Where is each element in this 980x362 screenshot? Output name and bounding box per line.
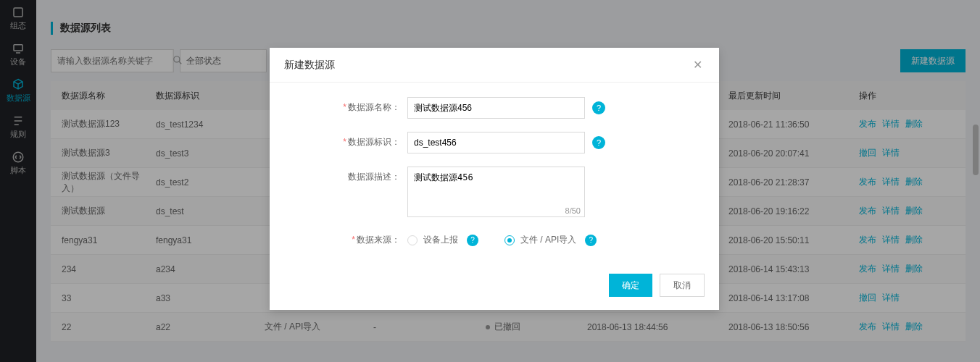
radio-file[interactable] [504, 235, 515, 245]
form-row-name: *数据源名称： ? [284, 97, 676, 119]
radio-file-label: 文件 / API导入 [520, 234, 576, 246]
form-row-source: *数据来源： 设备上报 ? 文件 / API导入 ? [284, 230, 676, 246]
help-icon: ? [597, 138, 601, 147]
modal-close-button[interactable]: ✕ [690, 58, 705, 72]
close-icon: ✕ [693, 58, 702, 72]
cancel-button[interactable]: 取消 [660, 274, 705, 297]
help-ds-ident[interactable]: ? [592, 136, 605, 149]
radio-device[interactable] [407, 235, 418, 245]
modal-title: 新建数据源 [284, 59, 335, 72]
input-ds-name[interactable] [407, 97, 585, 119]
help-device[interactable]: ? [467, 235, 478, 246]
ok-button[interactable]: 确定 [609, 274, 652, 297]
radio-device-label: 设备上报 [423, 234, 458, 246]
label-ds-name: *数据源名称： [284, 97, 407, 114]
help-ds-name[interactable]: ? [592, 101, 605, 114]
help-icon: ? [597, 104, 601, 112]
modal-header: 新建数据源 ✕ [270, 48, 719, 83]
label-ds-desc: 数据源描述： [284, 167, 407, 183]
char-count: 8/50 [407, 205, 585, 216]
modal-footer: 确定 取消 [270, 266, 719, 310]
form-row-desc: 数据源描述： 测试数据源456 8/50 [284, 167, 676, 216]
label-ds-source: *数据来源： [284, 230, 407, 246]
modal-body: *数据源名称： ? *数据源标识： ? 数据源描述： 测试数据源456 8/50… [270, 83, 719, 266]
help-file[interactable]: ? [585, 235, 597, 246]
label-ds-ident: *数据源标识： [284, 132, 407, 148]
radio-group-source: 设备上报 ? 文件 / API导入 ? [407, 230, 597, 246]
form-row-ident: *数据源标识： ? [284, 132, 676, 153]
input-ds-ident[interactable] [407, 132, 585, 153]
new-datasource-modal: 新建数据源 ✕ *数据源名称： ? *数据源标识： ? 数据源描述： 测试数据源… [270, 48, 719, 310]
